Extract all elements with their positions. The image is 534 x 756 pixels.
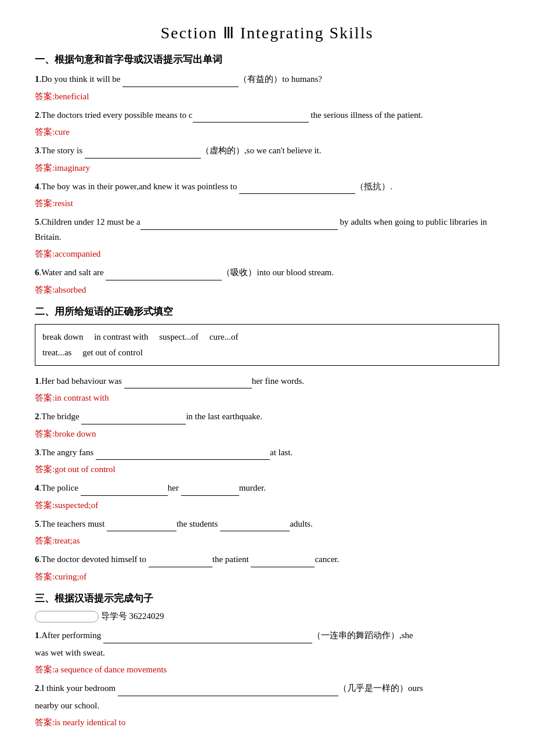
answer-1-4: 答案:resist <box>35 196 499 210</box>
s3q1-blank <box>103 643 312 643</box>
answer-2-4: 答案:suspected;of <box>35 498 499 512</box>
q4-blank <box>239 193 355 194</box>
question-1-6: 6.Water and salt are （吸收）into our blood … <box>35 265 499 280</box>
answer-2-2: 答案:broke down <box>35 427 499 441</box>
section2: 二、用所给短语的正确形式填空 break down in contrast wi… <box>35 305 499 584</box>
s2q3-blank <box>96 459 270 460</box>
section3: 三、根据汉语提示完成句子 导学号 36224029 1.After perfor… <box>35 592 499 730</box>
answer-1-3: 答案:imaginary <box>35 161 499 175</box>
s2q6-blank1 <box>149 567 212 567</box>
s3q2-blank <box>118 696 338 696</box>
question-1-5: 5.Children under 12 must be a by adults … <box>35 215 499 244</box>
question-1-3: 3.The story is （虚构的）,so we can't believe… <box>35 143 499 159</box>
question-3-2-line2: nearby our school. <box>35 699 499 714</box>
phrase-box: break down in contrast with suspect...of… <box>35 324 499 366</box>
s2q1-blank <box>124 388 252 388</box>
s3q2-num: 2 <box>35 683 39 693</box>
q6-num: 6 <box>35 268 39 277</box>
question-2-5: 5.The teachers must the students adults. <box>35 517 499 532</box>
study-number-row: 导学号 36224029 <box>35 611 499 623</box>
s2q5-blank2 <box>220 531 290 531</box>
s2q1-num: 1 <box>35 376 39 386</box>
q1-num: 1 <box>35 74 39 84</box>
question-2-3: 3.The angry fans at last. <box>35 445 499 460</box>
s3q1-num: 1 <box>35 631 39 640</box>
answer-1-2: 答案:cure <box>35 125 499 139</box>
answer-1-1: 答案:beneficial <box>35 89 499 103</box>
answer-1-6: 答案:absorbed <box>35 283 499 297</box>
section3-heading: 三、根据汉语提示完成句子 <box>35 592 499 605</box>
question-1-2: 2.The doctors tried every possible means… <box>35 108 499 123</box>
q5-num: 5 <box>35 217 39 226</box>
q1-blank <box>122 87 239 87</box>
answer-3-1: 答案:a sequence of dance movements <box>35 663 499 676</box>
s2q2-num: 2 <box>35 412 39 421</box>
s2q4-blank1 <box>81 495 168 496</box>
question-2-1: 1.Her bad behaviour was her fine words. <box>35 374 499 389</box>
s2q5-num: 5 <box>35 519 39 528</box>
q4-num: 4 <box>35 182 39 191</box>
study-number-label: 导学号 36224029 <box>101 611 164 621</box>
q3-num: 3 <box>35 146 39 155</box>
question-1-1: 1.Do you think it will be （有益的）to humans… <box>35 72 499 87</box>
s2q3-num: 3 <box>35 448 39 457</box>
section2-heading: 二、用所给短语的正确形式填空 <box>35 305 499 318</box>
question-2-6: 6.The doctor devoted himself to the pati… <box>35 552 499 567</box>
s2q4-blank2 <box>181 495 239 496</box>
answer-2-6: 答案:curing;of <box>35 570 499 584</box>
answer-2-5: 答案:treat;as <box>35 534 499 548</box>
answer-2-1: 答案:in contrast with <box>35 391 499 405</box>
s2q2-blank <box>81 424 186 424</box>
answer-1-5: 答案:accompanied <box>35 247 499 261</box>
study-number-input[interactable] <box>35 611 99 622</box>
page-title: Section Ⅲ Integrating Skills <box>35 23 499 42</box>
question-2-4: 4.The police her murder. <box>35 481 499 496</box>
q3-blank <box>85 158 201 159</box>
question-2-2: 2.The bridge in the last earthquake. <box>35 409 499 424</box>
section1-heading: 一、根据句意和首字母或汉语提示写出单词 <box>35 53 499 66</box>
s2q4-num: 4 <box>35 483 39 492</box>
question-1-4: 4.The boy was in their power,and knew it… <box>35 179 499 195</box>
q2-num: 2 <box>35 110 39 120</box>
question-3-2: 2.I think your bedroom （几乎是一样的）ours <box>35 681 499 696</box>
question-3-1: 1.After performing （一连串的舞蹈动作）,she <box>35 628 499 643</box>
s2q6-num: 6 <box>35 555 39 564</box>
q2-blank <box>193 122 309 123</box>
s2q5-blank1 <box>107 531 176 531</box>
answer-3-2: 答案:is nearly identical to <box>35 715 499 729</box>
question-3-1-line2: was wet with sweat. <box>35 646 499 661</box>
s2q6-blank2 <box>251 567 315 567</box>
q5-blank <box>140 229 338 230</box>
q6-blank <box>106 280 222 280</box>
section1: 一、根据句意和首字母或汉语提示写出单词 1.Do you think it wi… <box>35 53 499 297</box>
answer-2-3: 答案:got out of control <box>35 462 499 476</box>
